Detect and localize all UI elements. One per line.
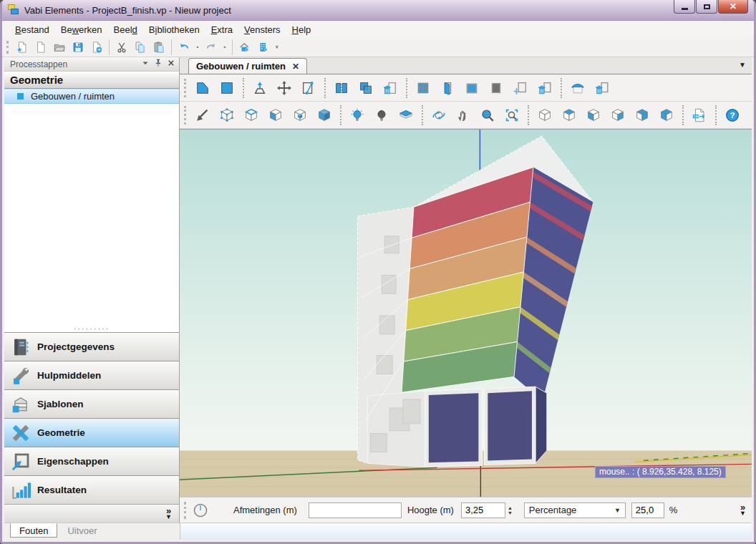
cut-button[interactable] [112, 39, 131, 56]
tab-label: Gebouwen / ruimten [196, 61, 286, 72]
move-button[interactable] [272, 77, 296, 99]
view-right-button[interactable] [606, 105, 630, 126]
toolbar-separator [561, 78, 562, 98]
cad-import-button[interactable]: CAD [687, 105, 712, 126]
pan-button[interactable] [451, 105, 475, 126]
undo-button[interactable] [175, 39, 193, 56]
orbit-button[interactable] [427, 105, 451, 126]
cube-vertex-button[interactable] [215, 105, 239, 126]
solid-panel-button[interactable] [484, 77, 508, 99]
undo-caret-button[interactable] [193, 39, 202, 56]
panel-splitter[interactable]: ········· [4, 325, 179, 332]
menu-bewerken[interactable]: Bewerken [55, 22, 108, 37]
nav-sjablonen[interactable]: Sjablonen [4, 389, 179, 418]
toolbar-separator [422, 105, 423, 125]
percentage-input[interactable] [631, 502, 664, 518]
nav-geometrie[interactable]: Geometrie [4, 418, 179, 447]
zoom-button[interactable] [475, 105, 500, 126]
tab-close-icon[interactable]: ✕ [292, 62, 299, 71]
shear-button[interactable] [296, 77, 321, 99]
delete-opening-button[interactable] [533, 77, 557, 99]
panel-close-button[interactable] [166, 58, 176, 70]
redo-caret-button[interactable] [220, 39, 229, 56]
new-project-button[interactable] [13, 39, 32, 56]
cube-solid-button[interactable] [312, 105, 336, 126]
nav-resultaten[interactable]: Resultaten [4, 475, 179, 504]
help-button[interactable]: ? [720, 105, 745, 126]
delete-awning-button[interactable] [590, 77, 614, 99]
select-icon [195, 107, 210, 123]
view-back-button[interactable] [630, 105, 654, 126]
height-spinner[interactable]: ▲▼ [508, 505, 513, 515]
building-model[interactable] [357, 136, 593, 467]
overflow-caret-button[interactable] [273, 39, 281, 56]
cad-import-icon: CAD [692, 107, 707, 123]
copy-button[interactable] [131, 39, 150, 56]
maximize-button[interactable] [696, 0, 717, 14]
draw-lshape-button[interactable] [190, 77, 215, 99]
output-tab-uitvoer[interactable]: Uitvoer [59, 523, 105, 538]
menu-bestand[interactable]: Bestand [9, 22, 55, 37]
door-button[interactable] [435, 77, 460, 99]
height-input[interactable] [461, 502, 505, 518]
home-star-button[interactable] [236, 39, 254, 56]
move-opening-button[interactable] [508, 77, 533, 99]
export-button[interactable] [87, 39, 106, 56]
menu-help[interactable]: Help [286, 22, 317, 37]
nav-eigenschappen[interactable]: Eigenschappen [4, 447, 179, 475]
view-front-button[interactable] [581, 105, 606, 126]
nav-hulpmiddelen[interactable]: Hulpmiddelen [4, 361, 179, 389]
light-off-button[interactable] [369, 105, 394, 126]
minimize-button[interactable] [674, 0, 695, 14]
menu-bibliotheken[interactable]: Bibliotheken [143, 22, 205, 37]
pin-button[interactable] [153, 58, 163, 70]
cube-body-button[interactable] [288, 105, 312, 126]
zoom-extents-icon [504, 107, 520, 123]
new-page-button[interactable] [32, 39, 50, 56]
cube-edge-button[interactable] [239, 105, 263, 126]
paste-button[interactable] [150, 39, 168, 56]
remove-part-button[interactable] [378, 77, 402, 99]
toolbar-separator [109, 39, 110, 55]
light-on-button[interactable] [345, 105, 369, 126]
nav-overflow-button[interactable]: » ▼ [165, 507, 172, 520]
output-tab-fouten[interactable]: Fouten [10, 523, 57, 538]
tree-item-gebouwen-ruimten[interactable]: Gebouwen / ruimten [4, 89, 179, 104]
bar-overflow-button[interactable]: » ▼ [740, 504, 746, 517]
viewport-canvas[interactable] [180, 130, 752, 497]
dimensions-input[interactable] [309, 502, 402, 518]
mode-combobox[interactable]: Percentage ▼ [524, 502, 626, 518]
view-left-button[interactable] [654, 105, 679, 126]
nav-projectgegevens[interactable]: Projectgegevens [4, 332, 179, 361]
module-nav: ProjectgegevensHulpmiddelenSjablonenGeom… [4, 332, 179, 504]
split-rooms-button[interactable] [329, 77, 354, 99]
menu-extra[interactable]: Extra [205, 22, 238, 37]
layers-button[interactable] [394, 105, 418, 126]
view-iso-button[interactable] [533, 105, 557, 126]
panel-menu-button[interactable] [140, 58, 150, 70]
tab-list-dropdown[interactable]: ▼ [739, 61, 746, 69]
glass-panel-button[interactable] [460, 77, 484, 99]
merge-rooms-button[interactable] [354, 77, 378, 99]
view-top-button[interactable] [557, 105, 581, 126]
save-button[interactable] [69, 39, 87, 56]
draw-rect-button[interactable] [215, 77, 239, 99]
select-button[interactable] [190, 105, 215, 126]
awning-button[interactable] [566, 77, 590, 99]
cube-face-button[interactable] [263, 105, 288, 126]
viewport-3d[interactable]: mouse.. : ( 8.926,35.428, 8.125) [180, 129, 752, 497]
window-button[interactable] [411, 77, 435, 99]
zoom-extents-button[interactable] [500, 105, 524, 126]
redo-button[interactable] [202, 39, 220, 56]
open-button[interactable] [50, 39, 69, 56]
tab-gebouwen-ruimten[interactable]: Gebouwen / ruimten ✕ [188, 58, 307, 74]
extrude-button[interactable] [248, 77, 272, 99]
close-button[interactable]: ✕ [718, 0, 748, 14]
titlebar[interactable]: Vabi Elements - ProjectB_finish.vp - Nie… [2, 0, 754, 21]
menu-beeld[interactable]: Beeld [108, 22, 143, 37]
home-star-icon [238, 41, 251, 54]
building-star-button[interactable] [254, 39, 273, 56]
overflow-caret-icon [273, 44, 281, 51]
menu-vensters[interactable]: Vensters [238, 22, 286, 37]
properties-icon [10, 451, 32, 472]
